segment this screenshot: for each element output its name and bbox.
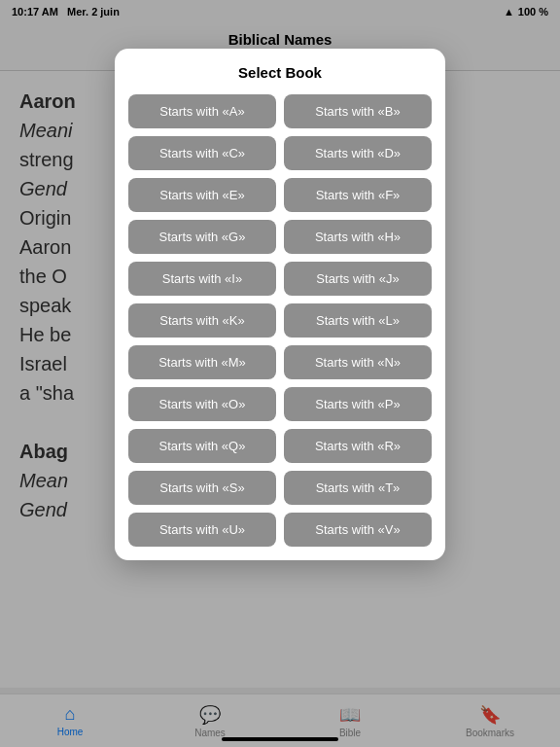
book-filter-button[interactable]: Starts with «F» — [284, 178, 432, 212]
book-filter-button[interactable]: Starts with «K» — [128, 303, 276, 338]
book-filter-button[interactable]: Starts with «U» — [128, 513, 276, 547]
book-filter-button[interactable]: Starts with «O» — [128, 387, 276, 421]
book-filter-button[interactable]: Starts with «E» — [128, 178, 276, 212]
book-filter-button[interactable]: Starts with «N» — [284, 345, 432, 379]
book-filter-button[interactable]: Starts with «J» — [284, 262, 432, 296]
book-filter-button[interactable]: Starts with «L» — [284, 303, 432, 338]
book-filter-button[interactable]: Starts with «H» — [284, 220, 432, 254]
book-filter-button[interactable]: Starts with «I» — [128, 262, 276, 296]
home-indicator — [222, 737, 338, 741]
book-filter-button[interactable]: Starts with «S» — [128, 471, 276, 505]
book-filter-button[interactable]: Starts with «A» — [128, 94, 276, 128]
select-book-modal: Select Book Starts with «A»Starts with «… — [115, 49, 445, 560]
book-filter-button[interactable]: Starts with «G» — [128, 220, 276, 254]
book-filter-button[interactable]: Starts with «M» — [128, 345, 276, 379]
book-filter-button[interactable]: Starts with «C» — [128, 136, 276, 170]
modal-title: Select Book — [128, 64, 432, 81]
book-filter-button[interactable]: Starts with «B» — [284, 94, 432, 128]
book-buttons-grid: Starts with «A»Starts with «B»Starts wit… — [128, 94, 432, 547]
book-filter-button[interactable]: Starts with «D» — [284, 136, 432, 170]
book-filter-button[interactable]: Starts with «V» — [284, 513, 432, 547]
book-filter-button[interactable]: Starts with «Q» — [128, 429, 276, 463]
book-filter-button[interactable]: Starts with «R» — [284, 429, 432, 463]
book-filter-button[interactable]: Starts with «T» — [284, 471, 432, 505]
book-filter-button[interactable]: Starts with «P» — [284, 387, 432, 421]
